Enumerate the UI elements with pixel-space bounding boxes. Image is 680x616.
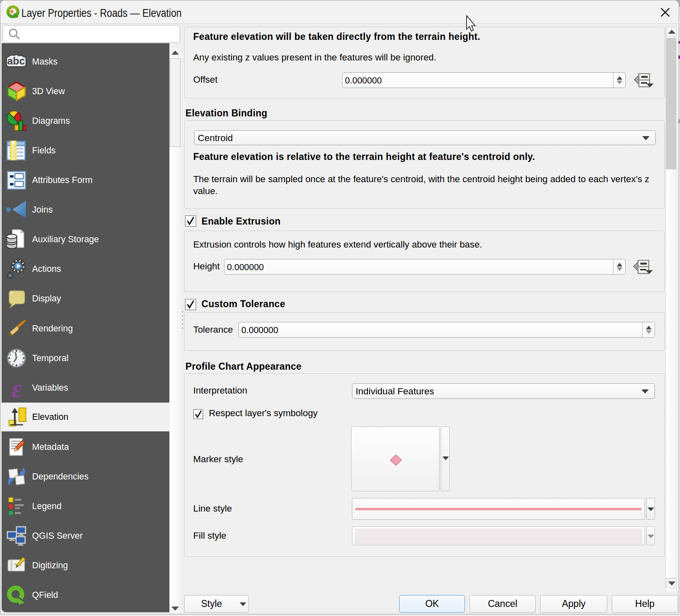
svg-text:ε: ε: [12, 378, 22, 398]
svg-text:abc: abc: [7, 55, 25, 67]
